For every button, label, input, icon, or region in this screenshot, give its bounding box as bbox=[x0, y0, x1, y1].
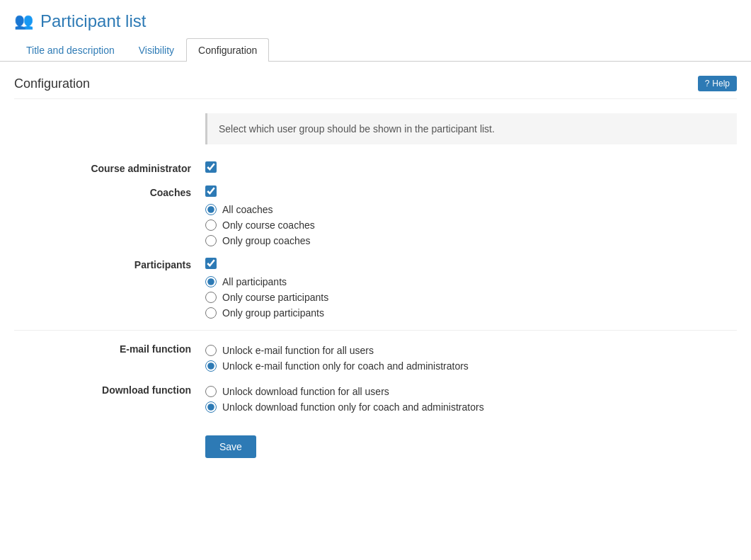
help-label: Help bbox=[712, 79, 730, 88]
coaches-only-group-coaches-radio[interactable] bbox=[205, 235, 217, 246]
coaches-only-course-coaches-radio[interactable] bbox=[205, 219, 217, 231]
download-function-row: Download function Unlock download functi… bbox=[14, 383, 737, 413]
coaches-all-coaches-label: All coaches bbox=[222, 204, 273, 215]
participants-only-course-label: Only course participants bbox=[222, 292, 328, 303]
participants-all-radio[interactable] bbox=[205, 276, 217, 287]
info-text: Select which user group should be shown … bbox=[219, 123, 495, 135]
download-all-users-radio[interactable] bbox=[205, 386, 217, 397]
participants-only-course-radio[interactable] bbox=[205, 292, 217, 303]
participants-only-group-option[interactable]: Only group participants bbox=[205, 307, 737, 319]
participants-only-group-radio[interactable] bbox=[205, 307, 217, 319]
tab-configuration[interactable]: Configuration bbox=[186, 38, 269, 62]
email-coach-admin-option[interactable]: Unlock e-mail function only for coach an… bbox=[205, 360, 737, 372]
help-button[interactable]: ? Help bbox=[698, 76, 737, 91]
info-box: Select which user group should be shown … bbox=[205, 113, 737, 144]
participants-only-group-label: Only group participants bbox=[222, 307, 324, 319]
coaches-label: Coaches bbox=[14, 185, 205, 198]
participants-only-course-option[interactable]: Only course participants bbox=[205, 292, 737, 303]
section-header: Configuration ? Help bbox=[14, 76, 737, 99]
email-all-users-option[interactable]: Unlock e-mail function for all users bbox=[205, 345, 737, 356]
course-administrator-label: Course administrator bbox=[14, 161, 205, 174]
email-all-users-label: Unlock e-mail function for all users bbox=[222, 345, 374, 356]
download-all-users-label: Unlock download function for all users bbox=[222, 386, 389, 397]
coaches-checkbox-wrapper bbox=[205, 185, 737, 197]
coaches-only-course-coaches-label: Only course coaches bbox=[222, 219, 315, 231]
email-function-control: Unlock e-mail function for all users Unl… bbox=[205, 342, 737, 372]
coaches-only-course-coaches-option[interactable]: Only course coaches bbox=[205, 219, 737, 231]
coaches-checkbox[interactable] bbox=[205, 185, 217, 197]
participants-checkbox-wrapper bbox=[205, 258, 737, 269]
content-area: Configuration ? Help Select which user g… bbox=[0, 62, 751, 472]
participants-row: Participants All participants Only cours… bbox=[14, 258, 737, 319]
download-coach-admin-label: Unlock download function only for coach … bbox=[222, 401, 484, 413]
download-function-control: Unlock download function for all users U… bbox=[205, 383, 737, 413]
email-function-radio-group: Unlock e-mail function for all users Unl… bbox=[205, 345, 737, 372]
coaches-only-group-coaches-label: Only group coaches bbox=[222, 235, 311, 246]
page-header: 👥 Participant list bbox=[0, 0, 751, 31]
coaches-only-group-coaches-option[interactable]: Only group coaches bbox=[205, 235, 737, 246]
participants-all-option[interactable]: All participants bbox=[205, 276, 737, 287]
section-title: Configuration bbox=[14, 76, 90, 91]
email-coach-admin-radio[interactable] bbox=[205, 360, 217, 372]
email-all-users-radio[interactable] bbox=[205, 345, 217, 356]
coaches-control: All coaches Only course coaches Only gro… bbox=[205, 185, 737, 246]
participants-radio-group: All participants Only course participant… bbox=[205, 276, 737, 319]
download-all-users-option[interactable]: Unlock download function for all users bbox=[205, 386, 737, 397]
participant-list-icon: 👥 bbox=[14, 12, 33, 30]
participants-label: Participants bbox=[14, 258, 205, 270]
save-button[interactable]: Save bbox=[205, 435, 256, 458]
email-function-row: E-mail function Unlock e-mail function f… bbox=[14, 342, 737, 372]
participants-checkbox[interactable] bbox=[205, 258, 217, 269]
email-function-label: E-mail function bbox=[14, 342, 205, 355]
participants-all-label: All participants bbox=[222, 276, 287, 287]
download-function-label: Download function bbox=[14, 383, 205, 396]
participants-control: All participants Only course participant… bbox=[205, 258, 737, 319]
tab-visibility[interactable]: Visibility bbox=[127, 38, 186, 62]
course-administrator-row: Course administrator bbox=[14, 161, 737, 174]
download-coach-admin-radio[interactable] bbox=[205, 401, 217, 413]
save-button-wrapper: Save bbox=[14, 424, 737, 458]
email-coach-admin-label: Unlock e-mail function only for coach an… bbox=[222, 360, 469, 372]
coaches-row: Coaches All coaches Only course coaches … bbox=[14, 185, 737, 246]
help-icon: ? bbox=[705, 79, 710, 88]
page-title: Participant list bbox=[40, 11, 146, 31]
course-administrator-checkbox[interactable] bbox=[205, 161, 217, 173]
course-administrator-checkbox-wrapper bbox=[205, 161, 737, 173]
coaches-all-coaches-option[interactable]: All coaches bbox=[205, 204, 737, 215]
course-administrator-control bbox=[205, 161, 737, 173]
coaches-radio-group: All coaches Only course coaches Only gro… bbox=[205, 204, 737, 246]
download-coach-admin-option[interactable]: Unlock download function only for coach … bbox=[205, 401, 737, 413]
divider-1 bbox=[14, 330, 737, 331]
tabs-bar: Title and description Visibility Configu… bbox=[0, 38, 751, 62]
tab-title-description[interactable]: Title and description bbox=[14, 38, 127, 62]
coaches-all-coaches-radio[interactable] bbox=[205, 204, 217, 215]
download-function-radio-group: Unlock download function for all users U… bbox=[205, 386, 737, 413]
